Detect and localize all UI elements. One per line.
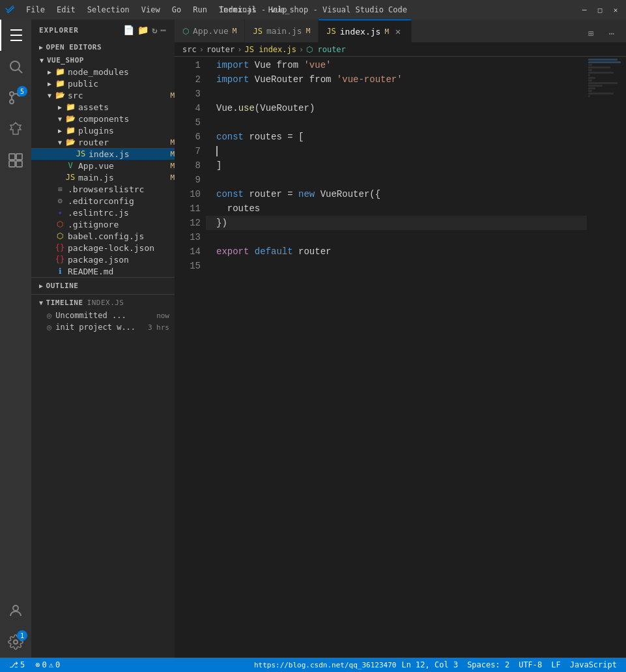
tree-browserslistrc[interactable]: ▶ ≡ .browserslistrc — [31, 183, 175, 195]
timeline-item-init[interactable]: ◎ init project w... 3 hrs — [31, 321, 175, 333]
activity-extensions[interactable] — [0, 145, 31, 176]
menu-file[interactable]: File — [21, 4, 50, 16]
minimize-button[interactable]: ─ — [579, 5, 590, 15]
maximize-button[interactable]: □ — [595, 5, 605, 15]
tree-editorconfig[interactable]: ▶ ⚙ .editorconfig — [31, 195, 175, 207]
status-language[interactable]: JavaScript — [566, 660, 621, 669]
activity-account[interactable] — [0, 595, 31, 626]
status-branch-label: 5 — [20, 660, 25, 669]
code-line-6: const routes = [ — [206, 130, 587, 144]
svg-rect-8 — [16, 161, 22, 167]
assets-label: assets — [78, 102, 175, 112]
line-numbers: 1 2 3 4 5 6 7 8 9 10 11 12 13 14 15 — [175, 57, 206, 658]
status-errors[interactable]: ⊗ 0 ⚠ 0 — [31, 658, 64, 672]
vscode-logo-icon — [5, 5, 16, 15]
tree-public[interactable]: ▶ 📁 public — [31, 78, 175, 89]
tree-index-js[interactable]: ▶ JS index.js M — [31, 148, 175, 160]
timeline-header[interactable]: ▼ Timeline index.js — [31, 296, 175, 310]
tree-app-vue[interactable]: ▶ V App.vue M — [31, 160, 175, 171]
activity-search[interactable] — [0, 51, 31, 82]
tree-readme[interactable]: ▶ ℹ README.md — [31, 265, 175, 277]
new-file-icon[interactable]: 📄 — [123, 25, 135, 35]
sidebar-header-icons: 📄 📁 ↻ ⋯ — [123, 25, 167, 35]
menu-selection[interactable]: Selection — [82, 4, 135, 16]
sidebar-title: Explorer — [39, 26, 79, 35]
tree-assets[interactable]: ▶ 📁 assets — [31, 101, 175, 113]
open-editors-header[interactable]: ▶ Open Editors — [31, 40, 175, 54]
tree-router[interactable]: ▼ 📂 router M — [31, 136, 175, 148]
timeline-item-uncommitted[interactable]: ◎ Uncommitted ... now — [31, 310, 175, 321]
menu-edit[interactable]: Edit — [51, 4, 81, 16]
timeline-commit-icon: ◎ — [47, 311, 51, 320]
status-branch[interactable]: ⎇ 5 — [5, 658, 29, 672]
code-line-10: const router = new VueRouter({ — [206, 187, 587, 201]
status-spaces[interactable]: Spaces: 2 — [463, 660, 513, 669]
more-actions-button[interactable]: ⋯ — [603, 24, 621, 42]
breadcrumb-router-symbol[interactable]: ⬡ router — [306, 45, 346, 54]
plugins-arrow: ▶ — [55, 125, 65, 136]
tree-plugins[interactable]: ▶ 📁 plugins — [31, 124, 175, 136]
babel-label: babel.config.js — [68, 231, 175, 241]
tree-node-modules[interactable]: ▶ 📁 node_modules — [31, 66, 175, 78]
git-branch-icon: ⎇ — [9, 660, 18, 669]
main-js-modified-badge: M — [170, 173, 175, 182]
activity-source-control[interactable]: 5 — [0, 82, 31, 113]
tree-src[interactable]: ▼ 📂 src M — [31, 89, 175, 101]
breadcrumb-router[interactable]: router — [206, 45, 235, 54]
menu-run[interactable]: Run — [188, 4, 212, 16]
vue-file-icon: V — [65, 160, 76, 171]
menu-go[interactable]: Go — [167, 4, 186, 16]
svg-rect-5 — [9, 154, 15, 160]
tree-components[interactable]: ▼ 📂 components — [31, 113, 175, 124]
sidebar-header: Explorer 📄 📁 ↻ ⋯ — [31, 20, 175, 40]
tab-index-js[interactable]: JS index.js M ✕ — [319, 20, 412, 42]
code-line-1: import Vue from 'vue' — [206, 58, 587, 72]
code-line-2: import VueRouter from 'vue-router' — [206, 72, 587, 87]
tree-package[interactable]: ▶ {} package.json — [31, 254, 175, 265]
tree-main-js[interactable]: ▶ JS main.js M — [31, 171, 175, 183]
tree-package-lock[interactable]: ▶ {} package-lock.json — [31, 242, 175, 254]
index-js-tab-icon: JS — [326, 27, 335, 36]
tree-babel[interactable]: ▶ ⬡ babel.config.js — [31, 230, 175, 242]
code-content[interactable]: import Vue from 'vue' import VueRouter f… — [206, 57, 587, 658]
js-file-icon: JS — [76, 149, 86, 159]
tree-gitignore[interactable]: ▶ ⬡ .gitignore — [31, 218, 175, 230]
breadcrumb-indexjs[interactable]: JS index.js — [245, 45, 296, 54]
code-line-12: }) — [206, 216, 587, 230]
split-editor-button[interactable]: ⊞ — [582, 24, 600, 42]
timeline-uncommitted-label: Uncommitted ... — [55, 311, 126, 320]
close-button[interactable]: ✕ — [610, 5, 621, 15]
activity-explorer[interactable] — [0, 20, 31, 51]
status-eol[interactable]: LF — [547, 660, 564, 669]
tree-eslintrc[interactable]: ▶ ✦ .eslintrc.js — [31, 207, 175, 218]
index-js-close-button[interactable]: ✕ — [393, 26, 403, 37]
tab-app-vue[interactable]: ⬡ App.vue M — [175, 20, 245, 42]
code-line-4: Vue.use(VueRouter) — [206, 101, 587, 115]
code-editor[interactable]: 1 2 3 4 5 6 7 8 9 10 11 12 13 14 15 impo… — [175, 57, 626, 658]
activity-debug[interactable] — [0, 113, 31, 145]
timeline-init-icon: ◎ — [47, 323, 51, 332]
new-folder-icon[interactable]: 📁 — [137, 25, 149, 35]
svg-rect-7 — [9, 161, 15, 167]
activity-bar-bottom: 1 — [0, 595, 31, 658]
tab-main-js[interactable]: JS main.js M — [245, 20, 319, 42]
folder-icon: 📁 — [55, 78, 65, 89]
vue-shop-root[interactable]: ▼ VUE_SHOP — [31, 54, 175, 66]
activity-settings[interactable]: 1 — [0, 626, 31, 658]
warning-icon: ⚠ — [49, 660, 53, 669]
git-icon: ⬡ — [55, 219, 65, 229]
source-control-badge: 5 — [17, 86, 27, 96]
breadcrumb-src[interactable]: src — [182, 45, 197, 54]
status-spaces-label: Spaces: 2 — [467, 660, 509, 669]
breadcrumb-sep2: › — [237, 45, 242, 54]
timeline-file: index.js — [87, 299, 124, 307]
status-position[interactable]: Ln 12, Col 3 — [397, 660, 462, 669]
status-language-label: JavaScript — [570, 660, 617, 669]
public-label: public — [68, 79, 175, 89]
menu-view[interactable]: View — [136, 4, 165, 16]
code-line-14: export default router — [206, 244, 587, 259]
refresh-icon[interactable]: ↻ — [152, 25, 158, 35]
outline-header[interactable]: ▶ Outline — [31, 279, 175, 293]
collapse-all-icon[interactable]: ⋯ — [161, 25, 167, 35]
status-encoding[interactable]: UTF-8 — [515, 660, 546, 669]
